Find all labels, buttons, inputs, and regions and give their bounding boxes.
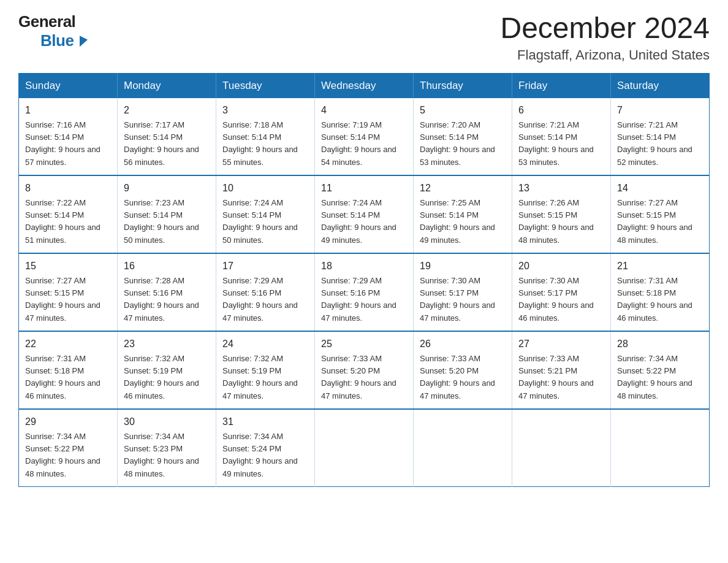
day-number: 3: [222, 103, 308, 118]
weekday-header-monday: Monday: [118, 73, 216, 98]
calendar-cell: 30 Sunrise: 7:34 AMSunset: 5:23 PMDaylig…: [118, 409, 216, 487]
day-info: Sunrise: 7:23 AMSunset: 5:14 PMDaylight:…: [124, 198, 199, 245]
day-number: 19: [420, 259, 506, 274]
day-number: 28: [617, 337, 703, 351]
day-number: 12: [420, 181, 506, 196]
weekday-header-row: SundayMondayTuesdayWednesdayThursdayFrid…: [19, 73, 710, 98]
day-number: 24: [222, 337, 308, 351]
day-number: 29: [25, 415, 111, 429]
day-info: Sunrise: 7:26 AMSunset: 5:15 PMDaylight:…: [518, 198, 594, 245]
day-number: 23: [124, 337, 210, 351]
day-info: Sunrise: 7:19 AMSunset: 5:14 PMDaylight:…: [321, 120, 396, 167]
location-subtitle: Flagstaff, Arizona, United States: [500, 47, 710, 63]
day-info: Sunrise: 7:30 AMSunset: 5:17 PMDaylight:…: [518, 276, 594, 323]
month-year-title: December 2024: [500, 12, 710, 45]
day-number: 25: [321, 337, 407, 351]
day-number: 6: [518, 103, 604, 118]
calendar-cell: 2 Sunrise: 7:17 AMSunset: 5:14 PMDayligh…: [118, 98, 216, 175]
day-info: Sunrise: 7:27 AMSunset: 5:15 PMDaylight:…: [617, 198, 692, 245]
day-info: Sunrise: 7:34 AMSunset: 5:24 PMDaylight:…: [222, 432, 298, 478]
day-number: 13: [518, 181, 604, 196]
calendar-cell: 9 Sunrise: 7:23 AMSunset: 5:14 PMDayligh…: [118, 175, 216, 253]
day-info: Sunrise: 7:32 AMSunset: 5:19 PMDaylight:…: [222, 354, 298, 400]
calendar-cell: 8 Sunrise: 7:22 AMSunset: 5:14 PMDayligh…: [19, 175, 118, 253]
calendar-cell: 26 Sunrise: 7:33 AMSunset: 5:20 PMDaylig…: [414, 331, 512, 409]
calendar-cell: 4 Sunrise: 7:19 AMSunset: 5:14 PMDayligh…: [315, 98, 414, 175]
weekday-header-sunday: Sunday: [19, 73, 118, 98]
calendar-cell: 10 Sunrise: 7:24 AMSunset: 5:14 PMDaylig…: [216, 175, 315, 253]
calendar-cell: 14 Sunrise: 7:27 AMSunset: 5:15 PMDaylig…: [611, 175, 710, 253]
day-number: 11: [321, 181, 407, 196]
day-number: 20: [518, 259, 604, 274]
calendar-cell: 16 Sunrise: 7:28 AMSunset: 5:16 PMDaylig…: [118, 253, 216, 331]
calendar-cell: 15 Sunrise: 7:27 AMSunset: 5:15 PMDaylig…: [19, 253, 118, 331]
day-info: Sunrise: 7:34 AMSunset: 5:22 PMDaylight:…: [617, 354, 692, 400]
calendar-table: SundayMondayTuesdayWednesdayThursdayFrid…: [18, 73, 710, 487]
calendar-cell: [414, 409, 512, 487]
day-number: 10: [222, 181, 308, 196]
day-info: Sunrise: 7:27 AMSunset: 5:15 PMDaylight:…: [25, 276, 100, 323]
day-number: 22: [25, 337, 111, 351]
day-number: 2: [124, 103, 210, 118]
day-info: Sunrise: 7:34 AMSunset: 5:23 PMDaylight:…: [124, 432, 199, 478]
calendar-cell: 6 Sunrise: 7:21 AMSunset: 5:14 PMDayligh…: [512, 98, 611, 175]
day-number: 15: [25, 259, 111, 274]
day-number: 31: [222, 415, 308, 429]
day-info: Sunrise: 7:18 AMSunset: 5:14 PMDaylight:…: [222, 120, 298, 167]
logo-blue: Blue: [40, 31, 88, 50]
day-info: Sunrise: 7:25 AMSunset: 5:14 PMDaylight:…: [420, 198, 495, 245]
day-info: Sunrise: 7:29 AMSunset: 5:16 PMDaylight:…: [222, 276, 298, 323]
day-number: 1: [25, 103, 111, 118]
day-number: 18: [321, 259, 407, 274]
calendar-cell: 20 Sunrise: 7:30 AMSunset: 5:17 PMDaylig…: [512, 253, 611, 331]
calendar-cell: 5 Sunrise: 7:20 AMSunset: 5:14 PMDayligh…: [414, 98, 512, 175]
day-info: Sunrise: 7:32 AMSunset: 5:19 PMDaylight:…: [124, 354, 199, 400]
logo-general: General: [18, 12, 88, 31]
calendar-cell: 12 Sunrise: 7:25 AMSunset: 5:14 PMDaylig…: [414, 175, 512, 253]
title-block: December 2024 Flagstaff, Arizona, United…: [500, 12, 710, 63]
logo: General Blue: [18, 12, 88, 50]
weekday-header-wednesday: Wednesday: [315, 73, 414, 98]
day-info: Sunrise: 7:34 AMSunset: 5:22 PMDaylight:…: [25, 432, 100, 478]
calendar-week-2: 8 Sunrise: 7:22 AMSunset: 5:14 PMDayligh…: [19, 175, 710, 253]
weekday-header-thursday: Thursday: [414, 73, 512, 98]
weekday-header-tuesday: Tuesday: [216, 73, 315, 98]
day-number: 21: [617, 259, 703, 274]
calendar-cell: 24 Sunrise: 7:32 AMSunset: 5:19 PMDaylig…: [216, 331, 315, 409]
calendar-cell: 13 Sunrise: 7:26 AMSunset: 5:15 PMDaylig…: [512, 175, 611, 253]
day-number: 4: [321, 103, 407, 118]
calendar-cell: 31 Sunrise: 7:34 AMSunset: 5:24 PMDaylig…: [216, 409, 315, 487]
day-info: Sunrise: 7:21 AMSunset: 5:14 PMDaylight:…: [617, 120, 692, 167]
calendar-cell: 29 Sunrise: 7:34 AMSunset: 5:22 PMDaylig…: [19, 409, 118, 487]
day-info: Sunrise: 7:33 AMSunset: 5:20 PMDaylight:…: [420, 354, 495, 400]
calendar-cell: [512, 409, 611, 487]
day-info: Sunrise: 7:30 AMSunset: 5:17 PMDaylight:…: [420, 276, 495, 323]
day-info: Sunrise: 7:20 AMSunset: 5:14 PMDaylight:…: [420, 120, 495, 167]
day-number: 8: [25, 181, 111, 196]
day-number: 30: [124, 415, 210, 429]
day-info: Sunrise: 7:29 AMSunset: 5:16 PMDaylight:…: [321, 276, 396, 323]
calendar-cell: 22 Sunrise: 7:31 AMSunset: 5:18 PMDaylig…: [19, 331, 118, 409]
calendar-week-5: 29 Sunrise: 7:34 AMSunset: 5:22 PMDaylig…: [19, 409, 710, 487]
day-number: 7: [617, 103, 703, 118]
day-number: 17: [222, 259, 308, 274]
day-info: Sunrise: 7:22 AMSunset: 5:14 PMDaylight:…: [25, 198, 100, 245]
weekday-header-friday: Friday: [512, 73, 611, 98]
day-info: Sunrise: 7:24 AMSunset: 5:14 PMDaylight:…: [321, 198, 396, 245]
calendar-cell: 17 Sunrise: 7:29 AMSunset: 5:16 PMDaylig…: [216, 253, 315, 331]
day-number: 16: [124, 259, 210, 274]
day-number: 5: [420, 103, 506, 118]
page-header: General Blue December 2024 Flagstaff, Ar…: [18, 12, 710, 63]
day-info: Sunrise: 7:24 AMSunset: 5:14 PMDaylight:…: [222, 198, 298, 245]
calendar-cell: [315, 409, 414, 487]
calendar-cell: 11 Sunrise: 7:24 AMSunset: 5:14 PMDaylig…: [315, 175, 414, 253]
day-info: Sunrise: 7:33 AMSunset: 5:20 PMDaylight:…: [321, 354, 396, 400]
day-number: 26: [420, 337, 506, 351]
logo-triangle-icon: [80, 34, 88, 47]
day-info: Sunrise: 7:33 AMSunset: 5:21 PMDaylight:…: [518, 354, 594, 400]
day-number: 9: [124, 181, 210, 196]
calendar-week-1: 1 Sunrise: 7:16 AMSunset: 5:14 PMDayligh…: [19, 98, 710, 175]
calendar-cell: [611, 409, 710, 487]
day-number: 27: [518, 337, 604, 351]
calendar-body: 1 Sunrise: 7:16 AMSunset: 5:14 PMDayligh…: [19, 98, 710, 487]
